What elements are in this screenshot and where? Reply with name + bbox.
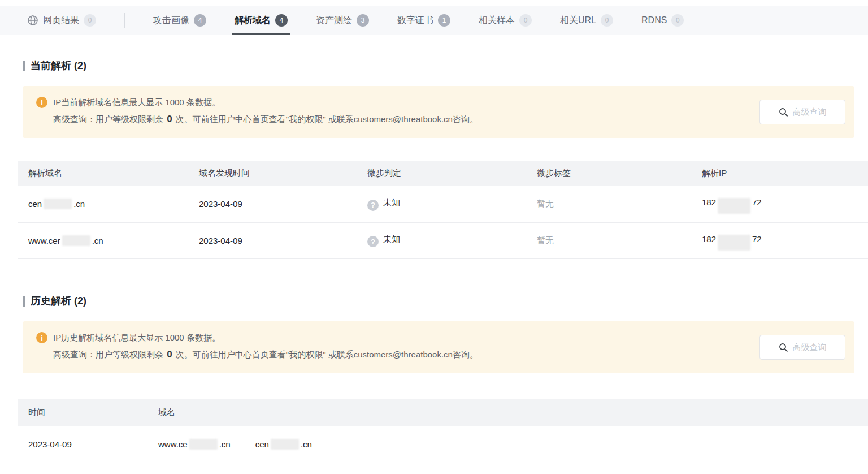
- search-icon: [779, 107, 788, 117]
- tab-label: 相关样本: [479, 15, 515, 27]
- tab-label: 攻击画像: [153, 15, 189, 27]
- cell-found-time: 2023-04-09: [189, 225, 357, 257]
- cell-verdict: ?未知: [357, 223, 527, 259]
- section-title-text: 当前解析 (2): [31, 59, 86, 72]
- tab-count-badge: 0: [519, 14, 532, 27]
- cell-tags: 暂无: [527, 224, 692, 257]
- cell-tags: 暂无: [527, 187, 692, 221]
- section-title-history: 历史解析 (2): [23, 294, 868, 308]
- search-icon: [779, 343, 788, 352]
- tab-attack-profile[interactable]: 攻击画像 4: [153, 6, 206, 35]
- col-header-domain: 域名: [148, 399, 868, 426]
- cell-ip: 18272: [692, 186, 868, 222]
- tab-count-badge: 4: [194, 14, 206, 27]
- section-title-current: 当前解析 (2): [23, 59, 868, 72]
- notice-line-2: 高级查询：用户等级权限剩余 0 次。可前往用户中心首页查看"我的权限" 或联系c…: [53, 349, 747, 360]
- advanced-query-button[interactable]: 高级查询: [760, 100, 845, 124]
- current-resolution-section: 当前解析 (2) i IP当前解析域名信息最大显示 1000 条数据。 高级查询…: [0, 59, 868, 259]
- table-row: 2023-04-09 www.ce.cn cen.cn: [18, 426, 868, 463]
- notice-banner-history: i IP历史解析域名信息最大显示 1000 条数据。 高级查询：用户等级权限剩余…: [23, 321, 854, 373]
- redacted-area: [44, 199, 72, 209]
- current-resolution-table: 解析域名 域名发现时间 微步判定 微步标签 解析IP cen.cn 2023-0…: [18, 161, 868, 259]
- tab-related-samples[interactable]: 相关样本 0: [479, 6, 532, 35]
- cell-time: 2023-04-09: [18, 426, 148, 462]
- unknown-question-icon: ?: [367, 200, 379, 211]
- unknown-question-icon: ?: [367, 236, 379, 247]
- notice-line-1: i IP当前解析域名信息最大显示 1000 条数据。: [36, 97, 747, 108]
- tab-divider: [124, 13, 125, 28]
- tab-count-badge: 4: [275, 14, 288, 27]
- tab-web-results[interactable]: 网页结果 0: [27, 6, 96, 35]
- cell-verdict: ?未知: [357, 186, 527, 222]
- col-header-time: 时间: [18, 399, 148, 426]
- cell-domain: cen.cn: [18, 187, 189, 221]
- history-resolution-section: 历史解析 (2) i IP历史解析域名信息最大显示 1000 条数据。 高级查询…: [0, 294, 868, 463]
- tab-count-badge: 0: [671, 14, 684, 27]
- globe-icon: [27, 15, 38, 26]
- tab-label: 网页结果: [43, 15, 79, 27]
- col-header-found-time: 域名发现时间: [189, 161, 357, 186]
- redacted-area: [271, 439, 299, 450]
- tab-count-badge: 0: [84, 14, 96, 27]
- redacted-area: [718, 235, 750, 251]
- history-resolution-table: 时间 域名 2023-04-09 www.ce.cn cen.cn: [18, 399, 868, 463]
- tab-rdns[interactable]: RDNS 0: [641, 6, 684, 35]
- col-header-tags: 微步标签: [527, 161, 692, 186]
- col-header-verdict: 微步判定: [357, 161, 527, 186]
- tab-label: RDNS: [641, 15, 667, 25]
- info-icon: i: [36, 97, 47, 108]
- advanced-query-button[interactable]: 高级查询: [760, 335, 845, 360]
- tab-asset-mapping[interactable]: 资产测绘 3: [316, 6, 369, 35]
- tab-label: 数字证书: [397, 15, 433, 27]
- tab-related-urls[interactable]: 相关URL 0: [560, 6, 613, 35]
- cell-found-time: 2023-04-09: [189, 188, 357, 220]
- table-header-row: 时间 域名: [18, 399, 868, 426]
- notice-banner-current: i IP当前解析域名信息最大显示 1000 条数据。 高级查询：用户等级权限剩余…: [23, 86, 854, 138]
- tab-count-badge: 0: [601, 14, 613, 27]
- domain-item: cen.cn: [255, 439, 312, 450]
- notice-line-2: 高级查询：用户等级权限剩余 0 次。可前往用户中心首页查看"我的权限" 或联系c…: [53, 114, 747, 125]
- tab-bar: 网页结果 0 攻击画像 4 解析域名 4 资产测绘 3 数字证书 1 相关样本 …: [0, 6, 868, 35]
- title-accent-bar: [23, 61, 25, 71]
- title-accent-bar: [23, 296, 25, 307]
- info-icon: i: [36, 332, 47, 343]
- table-row: www.cer.cn 2023-04-09 ?未知 暂无 18272: [18, 223, 868, 260]
- tab-digital-certificates[interactable]: 数字证书 1: [397, 6, 450, 35]
- section-title-text: 历史解析 (2): [31, 294, 86, 308]
- redacted-area: [718, 198, 750, 214]
- domain-item: www.ce.cn: [158, 439, 231, 450]
- tab-count-badge: 1: [438, 14, 450, 27]
- col-header-ip: 解析IP: [692, 161, 868, 186]
- tab-label: 解析域名: [235, 15, 271, 27]
- tab-count-badge: 3: [357, 14, 369, 27]
- cell-domains: www.ce.cn cen.cn: [148, 426, 868, 463]
- notice-line-1: i IP历史解析域名信息最大显示 1000 条数据。: [36, 332, 747, 343]
- col-header-domain: 解析域名: [18, 161, 189, 186]
- tab-label: 资产测绘: [316, 15, 352, 27]
- tab-label: 相关URL: [560, 15, 596, 27]
- cell-ip: 18272: [692, 223, 868, 258]
- table-row: cen.cn 2023-04-09 ?未知 暂无 18272: [18, 186, 868, 223]
- tab-resolved-domains[interactable]: 解析域名 4: [235, 6, 288, 35]
- cell-domain: www.cer.cn: [18, 224, 189, 257]
- redacted-area: [62, 235, 90, 246]
- redacted-area: [189, 439, 218, 450]
- table-header-row: 解析域名 域名发现时间 微步判定 微步标签 解析IP: [18, 161, 868, 186]
